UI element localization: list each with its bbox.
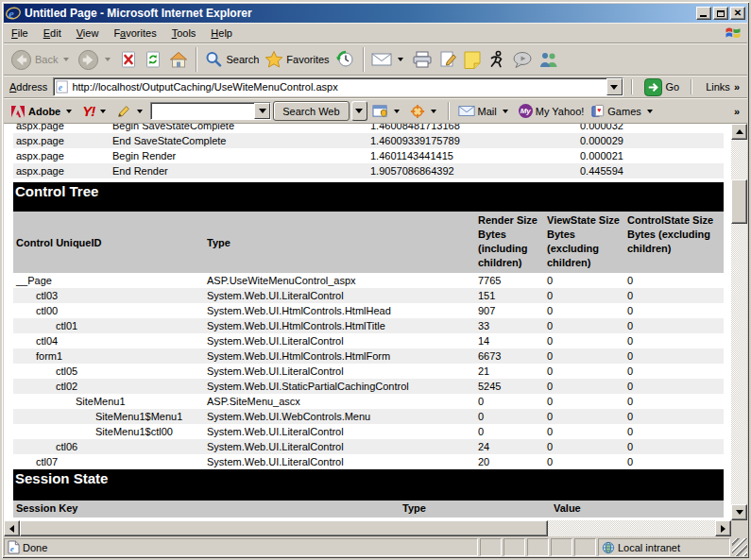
games-dropdown-icon[interactable]: [647, 110, 653, 113]
search-web-button[interactable]: Search Web: [273, 101, 349, 121]
svg-text:♥: ♥: [597, 107, 601, 113]
yahoo-search-dropdown-button[interactable]: [254, 103, 270, 119]
vertical-scrollbar[interactable]: [731, 124, 747, 520]
scroll-left-button[interactable]: [4, 520, 20, 536]
menu-item-file[interactable]: File: [4, 25, 36, 41]
status-bar: e Done Local intranet: [4, 536, 747, 556]
svg-text:e: e: [9, 7, 14, 21]
triangle-down-icon: [736, 510, 743, 515]
vertical-scroll-thumb[interactable]: [731, 179, 747, 224]
ie-logo-icon: e: [6, 6, 21, 21]
favorites-star-icon: [265, 50, 283, 69]
messenger-button[interactable]: [509, 45, 536, 74]
minimize-button[interactable]: [696, 7, 711, 20]
yahoo-search-input[interactable]: [151, 106, 254, 117]
control-tree-row: SiteMenu1ASP.SiteMenu_ascx000: [13, 394, 724, 409]
forward-dropdown-icon[interactable]: [105, 58, 111, 61]
horizontal-scroll-thumb[interactable]: [20, 520, 548, 536]
my-yahoo-button[interactable]: My My Yahoo!: [516, 103, 588, 119]
pencil-dropdown-icon[interactable]: [137, 110, 143, 113]
menu-item-tools[interactable]: Tools: [164, 25, 204, 41]
menu-item-edit[interactable]: Edit: [36, 25, 69, 41]
column-header-type: Type: [207, 212, 478, 273]
print-icon: [412, 50, 433, 69]
status-pane-empty: [551, 538, 572, 556]
my-yahoo-icon: My: [519, 104, 533, 118]
trace-table: aspx.pageBegin SaveStateComplete1.460084…: [13, 124, 724, 178]
target-button[interactable]: [407, 103, 442, 120]
column-header-session-type: Type: [402, 501, 554, 518]
yahoo-menu-button[interactable]: Y!: [79, 102, 111, 120]
edit-button[interactable]: [435, 45, 460, 74]
bookmarks-dropdown-icon[interactable]: [394, 110, 400, 113]
people-button[interactable]: [536, 45, 562, 74]
mail-dropdown-icon[interactable]: [503, 110, 508, 113]
trace-row: aspx.pageBegin Render1.46011434414150.00…: [13, 148, 724, 163]
address-dropdown-button[interactable]: [606, 78, 623, 95]
history-button[interactable]: [333, 45, 359, 74]
toolbar-separator: [363, 47, 365, 72]
mail-icon: [371, 52, 392, 67]
resize-grip-icon[interactable]: [732, 538, 747, 556]
browser-window: e Untitled Page - Microsoft Internet Exp…: [0, 0, 751, 560]
menu-item-view[interactable]: View: [69, 25, 107, 41]
control-tree-row: ctl05System.Web.UI.LiteralControl2100: [13, 364, 724, 379]
yahoo-mail-button[interactable]: Mail: [455, 104, 514, 118]
session-state-header-row: Session Key Type Value: [13, 501, 724, 518]
horizontal-scroll-track[interactable]: [20, 520, 715, 536]
note-icon: [463, 50, 482, 69]
bookmarks-button[interactable]: [369, 103, 405, 119]
close-button[interactable]: ✕: [730, 7, 745, 20]
links-button[interactable]: Links »: [700, 81, 743, 93]
vertical-scroll-track[interactable]: [731, 140, 747, 504]
close-icon: ✕: [734, 8, 742, 18]
chevron-right-icon: »: [734, 81, 738, 93]
back-button[interactable]: Back: [8, 45, 75, 74]
pencil-menu-button[interactable]: [113, 103, 148, 120]
column-header-control-uniqueid: Control UniqueID: [13, 212, 207, 273]
search-icon: [204, 50, 223, 69]
menu-item-favorites[interactable]: Favorites: [106, 25, 163, 41]
stop-button[interactable]: [116, 45, 141, 74]
adobe-menu-button[interactable]: Adobe: [8, 104, 77, 119]
control-tree-row: ctl01System.Web.UI.HtmlControls.HtmlTitl…: [13, 318, 724, 333]
yahoo-dropdown-icon[interactable]: [100, 110, 106, 113]
horizontal-scrollbar[interactable]: [4, 520, 747, 536]
back-dropdown-icon[interactable]: [63, 58, 69, 61]
adobe-dropdown-icon[interactable]: [66, 110, 72, 113]
trace-row: aspx.pageBegin SaveStateComplete1.460084…: [13, 124, 724, 133]
chevron-down-icon: [259, 109, 266, 113]
scroll-down-button[interactable]: [731, 504, 747, 520]
address-input[interactable]: [72, 81, 606, 93]
forward-icon: [77, 49, 99, 71]
column-header-session-key: Session Key: [13, 501, 402, 518]
print-button[interactable]: [409, 45, 435, 74]
scroll-up-button[interactable]: [731, 124, 747, 140]
control-tree-row: form1System.Web.UI.HtmlControls.HtmlForm…: [13, 348, 724, 364]
mail-dropdown-icon[interactable]: [398, 58, 403, 61]
discuss-note-button[interactable]: [460, 45, 485, 74]
favorites-button[interactable]: Favorites: [262, 45, 332, 74]
mail-button[interactable]: [368, 45, 409, 74]
control-tree-row: ctl07System.Web.UI.LiteralControl2000: [13, 454, 724, 469]
toolbar-overflow-chevron-icon[interactable]: »: [734, 106, 738, 117]
games-button[interactable]: ♥ Games: [589, 103, 657, 120]
menu-item-help[interactable]: Help: [203, 25, 240, 41]
status-pane-empty: [574, 538, 596, 556]
search-button[interactable]: Search: [201, 45, 262, 74]
scroll-right-button[interactable]: [715, 520, 731, 536]
trace-row: aspx.pageEnd Render1.90570868643920.4455…: [13, 163, 724, 178]
minimize-icon: [700, 15, 707, 17]
control-tree-row: ctl06System.Web.UI.LiteralControl2400: [13, 439, 724, 454]
forward-button[interactable]: [75, 45, 116, 74]
refresh-button[interactable]: [141, 45, 165, 74]
triangle-left-icon: [9, 525, 14, 533]
home-button[interactable]: [165, 45, 192, 74]
maximize-button[interactable]: [713, 7, 728, 20]
target-dropdown-icon[interactable]: [431, 110, 436, 113]
triangle-up-icon: [736, 129, 743, 134]
control-tree-row: ctl03System.Web.UI.LiteralControl15100: [13, 288, 724, 303]
search-web-dropdown-button[interactable]: [351, 101, 367, 121]
aim-button[interactable]: [485, 45, 509, 74]
go-button[interactable]: Go: [640, 78, 684, 96]
